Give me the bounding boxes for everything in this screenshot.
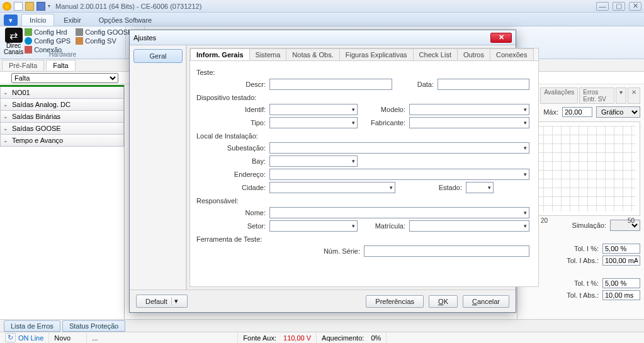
dialog-tabs: Inform. Gerais Sistema Notas & Obs. Figu…	[190, 48, 538, 61]
dialog-nav: Geral	[130, 45, 186, 290]
config-hrd-link[interactable]: Config Hrd	[23, 28, 72, 37]
app-menu-button[interactable]: ▾	[4, 14, 18, 26]
open-icon[interactable]	[25, 2, 34, 11]
acc-no01[interactable]: ⌄NO01	[0, 87, 124, 99]
ribbon-tabs: ▾ Início Exibir Opções Software	[0, 13, 644, 26]
dots-label: ...	[92, 334, 98, 342]
left-accordion: ⌄NO01 ⌄Saídas Analog. DC ⌄Saídas Binária…	[0, 85, 125, 319]
chevron-down-icon: ▾	[171, 297, 178, 305]
acc-saidas-analog[interactable]: ⌄Saídas Analog. DC	[0, 99, 124, 111]
chevron-down-icon: ⌄	[3, 113, 8, 120]
tol-tabs-label: Tol. t Abs.:	[567, 291, 599, 299]
minimize-button[interactable]: —	[596, 2, 609, 11]
tipo-label: Tipo:	[196, 119, 266, 127]
endereco-combo[interactable]	[269, 169, 529, 180]
acc-saidas-goose[interactable]: ⌄Saídas GOOSE	[0, 123, 124, 135]
dialog-main: Inform. Gerais Sistema Notas & Obs. Figu…	[189, 48, 539, 287]
config-sv-link[interactable]: Config SV	[74, 37, 133, 45]
dialog-title: Ajustes	[133, 34, 156, 42]
group-hardware-label: Hardware	[0, 51, 125, 58]
refresh-icon[interactable]: ↻	[5, 333, 16, 342]
preferencias-button[interactable]: Preferências	[366, 295, 424, 308]
close-window-button[interactable]: ✕	[629, 2, 641, 11]
acc-saidas-binarias[interactable]: ⌄Saídas Binárias	[0, 111, 124, 123]
rtab-more[interactable]: ▾	[616, 87, 626, 104]
setor-label: Setor:	[196, 222, 266, 230]
tol-i-label: Tol. I %:	[574, 245, 599, 252]
grafico-select[interactable]: Gráfico	[596, 106, 640, 118]
save-icon[interactable]	[37, 2, 45, 11]
ajustes-dialog: Ajustes ✕ Geral Inform. Gerais Sistema N…	[129, 30, 516, 313]
fabricante-label: Fabricante:	[361, 119, 405, 127]
goose-icon	[76, 28, 83, 36]
btab-erros[interactable]: Lista de Erros	[4, 320, 60, 332]
tipo-combo[interactable]	[269, 117, 358, 128]
gear-icon	[25, 28, 32, 36]
btab-status[interactable]: Status Proteção	[62, 320, 125, 332]
tab-pre-falta[interactable]: Pré-Falta	[2, 60, 44, 70]
dialog-close-button[interactable]: ✕	[490, 33, 512, 43]
nav-geral-button[interactable]: Geral	[133, 49, 183, 63]
section-resp: Responsável:	[196, 197, 529, 205]
aquec-value: 0%	[371, 334, 381, 342]
dtab-figuras[interactable]: Figuras Explicativas	[339, 48, 414, 60]
dtab-notas[interactable]: Notas & Obs.	[286, 48, 339, 60]
config-gps-link[interactable]: Config GPS	[23, 37, 72, 45]
simulacao-select[interactable]	[610, 220, 640, 231]
tol-iabs-label: Tol. I Abs.:	[567, 257, 599, 264]
dtab-conexoes[interactable]: Conexões	[490, 48, 534, 60]
nome-label: Nome:	[196, 209, 266, 216]
identif-combo[interactable]	[269, 104, 358, 115]
tol-iabs-input[interactable]	[602, 256, 640, 266]
tab-falta[interactable]: Falta	[46, 60, 75, 70]
bottom-tabs: Lista de Erros Status Proteção	[0, 319, 644, 332]
tol-t-input[interactable]	[602, 278, 640, 288]
config-goose-link[interactable]: Config GOOSE	[74, 28, 133, 37]
estado-combo[interactable]	[466, 182, 494, 193]
rtab-avaliacoes[interactable]: Avaliações	[540, 87, 578, 104]
chevron-down-icon: ⌄	[3, 125, 8, 132]
maximize-button[interactable]: ▢	[613, 2, 625, 11]
setor-combo[interactable]	[269, 220, 358, 232]
title-bar: ▾ Manual 2.00.011 (64 Bits) - CE-6006 (0…	[0, 0, 644, 13]
default-button[interactable]: Default▾	[136, 295, 188, 308]
estado-label: Estado:	[399, 184, 462, 191]
dtab-check[interactable]: Check List	[413, 48, 458, 60]
dtab-outros[interactable]: Outros	[457, 48, 490, 60]
dialog-footer: Default▾ Preferências OK Cancelar	[130, 290, 516, 312]
qat-dropdown-icon[interactable]: ▾	[48, 3, 50, 9]
subest-combo[interactable]	[269, 142, 529, 154]
dtab-sistema[interactable]: Sistema	[249, 48, 287, 60]
cidade-combo[interactable]	[269, 182, 395, 193]
descr-input[interactable]	[269, 79, 392, 90]
tab-exibir[interactable]: Exibir	[55, 14, 89, 26]
tol-tabs-input[interactable]	[602, 290, 640, 300]
section-teste: Teste:	[196, 69, 529, 76]
axis-tick: 20	[541, 217, 548, 224]
dtab-inform[interactable]: Inform. Gerais	[190, 48, 250, 60]
max-input[interactable]	[562, 107, 592, 117]
sv-icon	[76, 37, 83, 45]
cancelar-button[interactable]: Cancelar	[463, 295, 509, 308]
modelo-combo[interactable]	[409, 104, 529, 115]
rtab-close[interactable]: ✕	[628, 87, 640, 104]
matricula-label: Matrícula:	[361, 222, 405, 230]
fabricante-combo[interactable]	[409, 117, 529, 128]
dialog-titlebar: Ajustes ✕	[130, 30, 516, 45]
data-input[interactable]	[438, 79, 529, 90]
sim-label: Simulação:	[572, 222, 606, 229]
modelo-label: Modelo:	[361, 106, 405, 113]
status-bar: ↻ON Line Novo ... Fonte Aux: 110,00 V Aq…	[0, 332, 644, 343]
new-icon[interactable]	[14, 2, 23, 11]
tol-i-input[interactable]	[602, 244, 640, 254]
nome-combo[interactable]	[269, 207, 529, 218]
matricula-combo[interactable]	[409, 220, 529, 232]
bay-combo[interactable]	[269, 155, 358, 167]
tab-opcoes[interactable]: Opções Software	[91, 14, 160, 26]
rtab-erros-sv[interactable]: Erros Entr. SV	[579, 87, 614, 104]
acc-tempo-avanco[interactable]: ⌄Tempo e Avanço	[0, 135, 124, 147]
ok-button[interactable]: OK	[429, 295, 458, 308]
numserie-input[interactable]	[364, 245, 529, 257]
tab-inicio[interactable]: Início	[21, 14, 54, 26]
falta-combo[interactable]: Falta	[11, 73, 118, 83]
